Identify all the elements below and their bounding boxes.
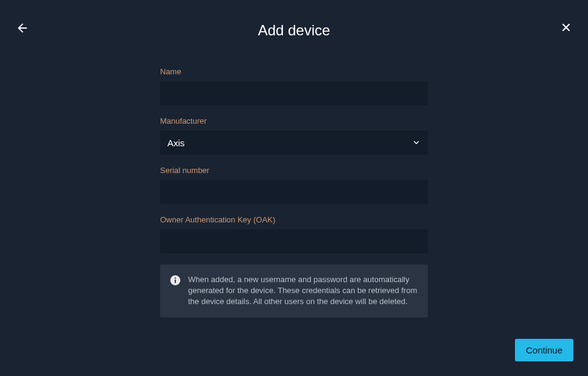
- oak-input[interactable]: [160, 229, 428, 254]
- manufacturer-select[interactable]: Axis: [160, 130, 428, 155]
- info-message: When added, a new username and password …: [188, 274, 418, 308]
- arrow-left-icon: [16, 21, 29, 35]
- manufacturer-selected-value: Axis: [167, 138, 184, 148]
- serial-number-label: Serial number: [160, 166, 428, 175]
- name-input[interactable]: [160, 81, 428, 105]
- info-box: When added, a new username and password …: [160, 264, 428, 317]
- add-device-form: Name Manufacturer Axis Serial number Own…: [160, 67, 428, 317]
- svg-rect-4: [175, 280, 176, 283]
- close-icon: [560, 21, 572, 34]
- svg-point-5: [175, 277, 176, 278]
- page-title: Add device: [258, 22, 331, 39]
- name-label: Name: [160, 67, 428, 76]
- continue-button[interactable]: Continue: [515, 339, 573, 361]
- close-button[interactable]: [560, 21, 572, 34]
- chevron-down-icon: [412, 138, 421, 147]
- manufacturer-label: Manufacturer: [160, 116, 428, 126]
- serial-number-input[interactable]: [160, 180, 428, 204]
- oak-label: Owner Authentication Key (OAK): [160, 215, 428, 224]
- back-button[interactable]: [16, 21, 29, 35]
- info-icon: [170, 275, 181, 286]
